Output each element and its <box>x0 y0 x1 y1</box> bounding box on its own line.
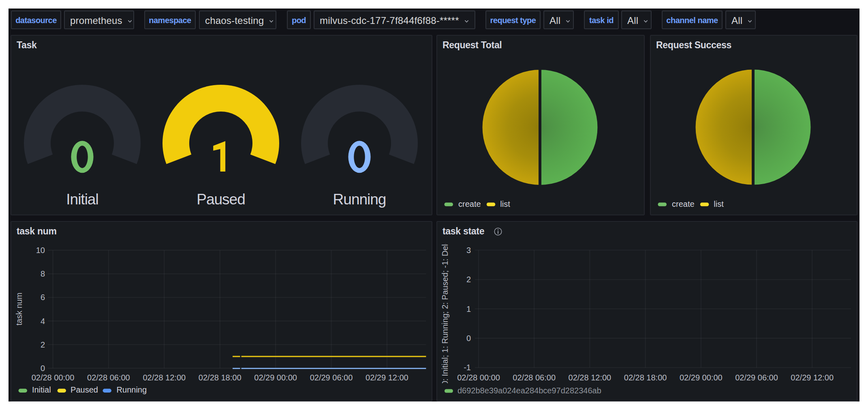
svg-text:list: list <box>500 200 510 208</box>
svg-text:02/28 12:00: 02/28 12:00 <box>569 373 611 382</box>
svg-text:Paused: Paused <box>71 385 98 394</box>
svg-text:02/28 18:00: 02/28 18:00 <box>199 373 242 382</box>
svg-text:task num: task num <box>15 292 24 325</box>
svg-text:4: 4 <box>41 317 45 326</box>
svg-text:Initial: Initial <box>32 385 51 394</box>
svg-text:02/29 12:00: 02/29 12:00 <box>366 373 408 382</box>
svg-text:Running: Running <box>333 191 386 208</box>
svg-text:2: 2 <box>466 275 471 284</box>
svg-text:1: 1 <box>466 305 471 313</box>
svg-text:02/29 06:00: 02/29 06:00 <box>310 373 353 382</box>
svg-text:create: create <box>672 200 695 208</box>
svg-text:02/28 00:00: 02/28 00:00 <box>457 373 500 382</box>
svg-text:0: 0 <box>466 334 471 343</box>
svg-text:Paused: Paused <box>197 191 245 208</box>
svg-text:0: Initial; 1: Running; 2: Pau: 0: Initial; 1: Running; 2: Paused; -1: D… <box>440 228 449 385</box>
svg-text:8: 8 <box>41 269 45 278</box>
svg-text:02/29 00:00: 02/29 00:00 <box>680 373 723 382</box>
svg-text:02/28 06:00: 02/28 06:00 <box>87 373 130 382</box>
svg-text:list: list <box>714 200 724 208</box>
svg-text:6: 6 <box>41 293 45 302</box>
svg-text:-1: -1 <box>464 363 471 372</box>
svg-text:02/29 12:00: 02/29 12:00 <box>791 373 834 382</box>
svg-text:02/29 00:00: 02/29 00:00 <box>254 373 297 382</box>
svg-text:create: create <box>458 200 481 208</box>
svg-text:02/28 00:00: 02/28 00:00 <box>32 373 75 382</box>
svg-text:02/28 18:00: 02/28 18:00 <box>624 373 667 382</box>
svg-text:Running: Running <box>117 385 147 394</box>
svg-text:10: 10 <box>36 246 45 255</box>
svg-text:02/29 06:00: 02/29 06:00 <box>735 373 778 382</box>
svg-text:02/28 06:00: 02/28 06:00 <box>513 373 556 382</box>
svg-text:Initial: Initial <box>66 191 98 208</box>
svg-text:2: 2 <box>41 340 45 349</box>
svg-text:02/28 12:00: 02/28 12:00 <box>143 373 186 382</box>
svg-text:0: 0 <box>41 364 45 373</box>
svg-text:3: 3 <box>466 246 471 255</box>
svg-text:d692b8e39a024ea284bce97d282346: d692b8e39a024ea284bce97d282346ab <box>458 386 601 395</box>
